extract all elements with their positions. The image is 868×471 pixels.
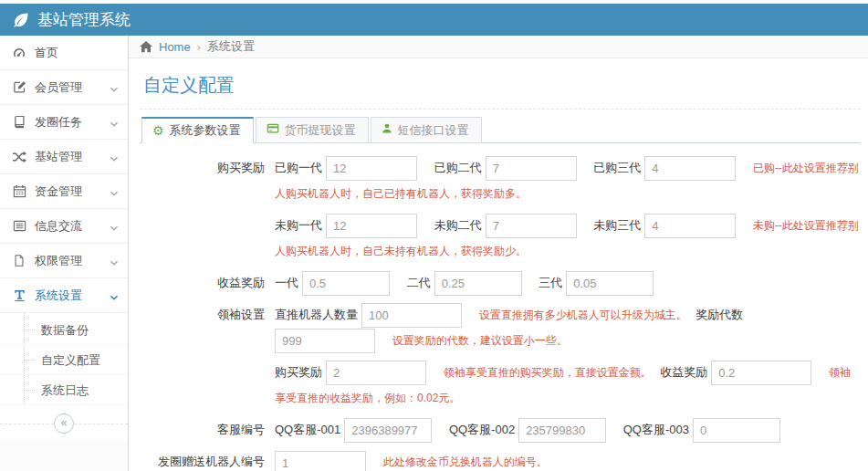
sidebar: 首页 会员管理 发圈任务 基站管理 资: [0, 36, 129, 471]
field-label: 未购一代: [275, 218, 322, 232]
field-label: 未购二代: [434, 218, 482, 232]
unpurchased-gen2-input[interactable]: [486, 214, 577, 238]
leader-purchase-reward-input[interactable]: [326, 361, 426, 385]
row-label: 收益奖励: [140, 270, 275, 296]
sidebar-item-post-tasks[interactable]: 发圈任务: [0, 105, 128, 140]
field-label: 收益奖励: [660, 365, 707, 379]
sidebar-item-label: 信息交流: [35, 218, 82, 235]
field-label: 直推机器人数量: [275, 308, 358, 321]
sidebar-item-stations[interactable]: 基站管理: [0, 140, 128, 174]
chevron-down-icon: [110, 256, 119, 266]
chevron-down-icon: [110, 152, 119, 162]
sidebar-item-funds[interactable]: 资金管理: [0, 174, 128, 209]
form-row-leader-rewards: 购买奖励 领袖享受直推的购买奖励，直接设置金额。 收益奖励 领袖享受直推的收益奖…: [140, 360, 861, 411]
form-row-gift-robot-id: 发圈赠送机器人编号 此处修改金币兑换机器人的编号。: [140, 449, 861, 471]
leaf-icon: [13, 12, 29, 28]
qq-service-001-input[interactable]: [344, 418, 432, 443]
sidebar-item-label: 首页: [35, 45, 58, 61]
submenu-item-data-backup[interactable]: 数据备份: [0, 315, 128, 345]
submenu-item-custom-config[interactable]: 自定义配置: [0, 345, 128, 375]
reward-generations-input[interactable]: [275, 329, 375, 353]
sidebar-item-messages[interactable]: 信息交流: [0, 209, 128, 244]
field-label: 一代: [275, 276, 298, 289]
help-text: 设置奖励的代数，建议设置小一些。: [392, 334, 568, 347]
purchased-gen3-input[interactable]: [644, 156, 736, 181]
tab-currency-withdraw[interactable]: 货币提现设置: [256, 117, 369, 143]
navbar-brand[interactable]: 基站管理系统: [13, 9, 131, 30]
book-icon: [12, 115, 26, 130]
field-label: QQ客服-001: [275, 423, 340, 436]
chevron-down-icon: [110, 83, 119, 92]
form-row-income-reward: 收益奖励 一代 二代 三代: [140, 270, 861, 296]
breadcrumb-home-link[interactable]: Home: [159, 40, 191, 54]
help-text: 设置直推拥有多少机器人可以升级为城主。: [479, 309, 687, 321]
row-label: 发圈赠送机器人编号: [140, 449, 275, 471]
tab-label: 短信接口设置: [398, 123, 469, 138]
form-row-leader-settings: 领袖设置 直推机器人数量 设置直推拥有多少机器人可以升级为城主。 奖励代数 设置…: [140, 302, 861, 353]
help-text: 领袖享受直推的购买奖励，直接设置金额。: [444, 366, 652, 379]
field-label: 已购一代: [275, 161, 322, 174]
field-label: QQ客服-003: [623, 423, 689, 436]
qq-service-002-input[interactable]: [518, 418, 606, 443]
field-label: 奖励代数: [695, 308, 743, 321]
content: 自定义配置 ⚙ 系统参数设置 货币提现设置 短信接口设置: [129, 58, 868, 471]
sidebar-collapse-row: «: [0, 409, 128, 440]
field-label: 已购三代: [593, 161, 641, 174]
page-title: 自定义配置: [143, 73, 861, 98]
tab-system-params[interactable]: ⚙ 系统参数设置: [141, 117, 254, 143]
purchased-gen1-input[interactable]: [326, 156, 417, 181]
unpurchased-gen3-input[interactable]: [644, 214, 736, 238]
field-label: QQ客服-002: [449, 423, 515, 436]
submenu-item-system-log[interactable]: 系统日志: [0, 375, 128, 405]
income-gen2-input[interactable]: [434, 271, 522, 296]
chevron-down-icon: [110, 291, 119, 300]
sidebar-item-label: 会员管理: [35, 79, 82, 96]
chevron-down-icon: [110, 187, 119, 196]
sidebar-item-permissions[interactable]: 权限管理: [0, 244, 128, 278]
breadcrumb: Home › 系统设置: [129, 36, 868, 58]
chevron-down-icon: [110, 222, 119, 231]
user-icon: [382, 122, 392, 138]
sidebar-item-label: 系统设置: [35, 288, 82, 304]
income-gen3-input[interactable]: [566, 271, 654, 296]
file-icon: [12, 254, 26, 268]
chevron-down-icon: [110, 118, 119, 127]
sidebar-item-home[interactable]: 首页: [0, 36, 128, 70]
tab-label: 货币提现设置: [285, 123, 356, 138]
form-row-unpurchased-reward: 未购一代 未购二代 未购三代 未购--此处设置推荐别人购买机器人时，自己未持有机…: [140, 213, 861, 264]
leader-income-reward-input[interactable]: [711, 361, 811, 385]
text-width-icon: [12, 288, 26, 303]
post-gift-robot-id-input[interactable]: [275, 451, 366, 471]
title-divider: [140, 109, 861, 110]
tab-bar: ⚙ 系统参数设置 货币提现设置 短信接口设置: [140, 117, 861, 143]
purchased-gen2-input[interactable]: [486, 156, 577, 181]
dashboard-icon: [12, 46, 26, 60]
tab-sms-api[interactable]: 短信接口设置: [371, 117, 482, 143]
field-label: 购买奖励: [275, 365, 322, 379]
row-label: 领袖设置: [140, 302, 275, 328]
row-label: 客服编号: [140, 417, 275, 443]
breadcrumb-current: 系统设置: [207, 38, 255, 55]
shuffle-icon: [12, 150, 26, 164]
sidebar-collapse-button[interactable]: «: [54, 413, 74, 434]
unpurchased-gen1-input[interactable]: [326, 214, 417, 238]
brand-title: 基站管理系统: [37, 9, 131, 30]
top-navbar: 基站管理系统: [0, 4, 868, 36]
tab-label: 系统参数设置: [170, 123, 241, 138]
sidebar-filler: [0, 440, 128, 471]
qq-service-003-input[interactable]: [693, 418, 780, 443]
sidebar-item-label: 基站管理: [35, 149, 82, 165]
home-icon: [140, 41, 152, 53]
field-label: 未购三代: [593, 218, 641, 232]
income-gen1-input[interactable]: [302, 271, 390, 296]
sidebar-item-label: 权限管理: [35, 253, 82, 269]
sidebar-item-members[interactable]: 会员管理: [0, 70, 128, 105]
sidebar-item-system-settings[interactable]: 系统设置: [0, 278, 128, 313]
calendar-icon: [12, 184, 26, 199]
gears-icon: ⚙: [152, 124, 164, 137]
system-settings-submenu: 数据备份 自定义配置 系统日志: [0, 313, 128, 409]
help-text: 此处修改金币兑换机器人的编号。: [383, 455, 548, 468]
direct-robot-count-input[interactable]: [361, 303, 462, 328]
settings-form: 购买奖励 已购一代 已购二代 已购三代 已购--此处设置推荐别人购买机器人时，自…: [140, 155, 861, 471]
list-icon: [12, 219, 26, 234]
